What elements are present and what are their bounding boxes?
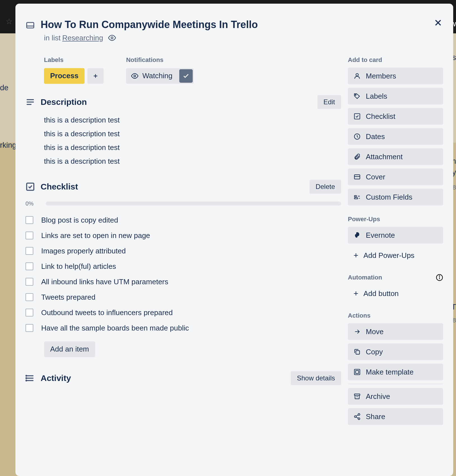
watching-label: Watching [142,71,172,80]
add-automation-button[interactable]: +Add button [348,285,443,302]
checklist-checkbox[interactable] [25,247,33,255]
list-link[interactable]: Researching [62,34,103,42]
add-checklist-item-button[interactable]: Add an item [44,341,95,357]
svg-rect-27 [356,351,360,354]
bg-text: de [0,84,8,92]
cover-button[interactable]: Cover [348,168,443,185]
show-details-button[interactable]: Show details [291,371,341,385]
share-label: Share [366,412,385,421]
svg-point-13 [26,380,27,381]
add-label-button[interactable] [87,68,104,84]
label-chip-process[interactable]: Process [44,68,85,84]
svg-rect-0 [27,22,34,28]
activity-section: Activity Show details [25,371,341,385]
edit-description-button[interactable]: Edit [317,95,341,109]
divider [348,384,443,384]
dates-label: Dates [366,132,385,141]
actions-group: Actions Move Copy Make template Archive … [348,312,443,425]
checklist-checkbox[interactable] [25,278,33,286]
checklist-button[interactable]: Checklist [348,108,443,125]
add-powerups-button[interactable]: +Add Power-Ups [348,247,443,264]
svg-point-14 [356,73,359,76]
evernote-button[interactable]: Evernote [348,227,443,244]
attachment-label: Attachment [366,152,403,161]
svg-rect-20 [354,196,357,197]
attachment-button[interactable]: Attachment [348,148,443,165]
checklist-item[interactable]: Outbound tweets to influencers prepared [25,305,341,320]
checklist-progress-bar [46,202,341,205]
description-section: Description Edit this is a description t… [25,95,341,166]
svg-rect-30 [354,394,360,395]
checklist-item-label: Link to help(ful) articles [41,262,116,271]
svg-rect-16 [354,114,360,119]
checklist-checkbox[interactable] [25,262,33,270]
svg-point-11 [26,375,27,376]
checklist-item-label: Blog post is copy edited [41,216,118,225]
evernote-label: Evernote [366,231,395,240]
checklist-item[interactable]: Link to help(ful) articles [25,259,341,274]
add-to-card-group: Add to card Members Labels Checklist Dat… [348,56,443,205]
svg-point-26 [439,276,440,276]
automation-group: Automation +Add button [348,274,443,302]
powerups-heading: Power-Ups [348,216,443,223]
svg-point-3 [134,75,136,77]
watch-toggle[interactable]: Watching [126,68,194,84]
description-body[interactable]: this is a description test this is a des… [44,116,341,166]
make-template-button[interactable]: Make template [348,364,443,380]
svg-point-12 [26,378,27,378]
checklist-checkbox[interactable] [25,216,33,224]
copy-button[interactable]: Copy [348,343,443,360]
custom-fields-button[interactable]: Custom Fields [348,189,443,205]
labels-button[interactable]: Labels [348,88,443,105]
card-sidebar: Add to card Members Labels Checklist Dat… [348,12,443,476]
archive-label: Archive [366,392,390,401]
checklist-checkbox[interactable] [25,232,33,239]
custom-fields-label: Custom Fields [366,193,412,202]
checklist-item[interactable]: Links are set to open in new page [25,228,341,243]
members-button[interactable]: Members [348,68,443,84]
star-icon[interactable]: ☆ [6,17,13,26]
share-button[interactable]: Share [348,408,443,425]
checklist-item[interactable]: All inbound links have UTM parameters [25,274,341,290]
plus-icon: + [353,251,359,260]
description-heading: Description [41,97,312,107]
plus-icon: + [353,289,359,298]
card-modal: How To Run Companywide Meetings In Trell… [15,4,453,476]
info-icon[interactable] [436,274,443,281]
activity-icon [25,373,35,383]
checklist-item[interactable]: Tweets prepared [25,290,341,305]
bg-text: rking [0,141,17,150]
automation-heading: Automation [348,274,443,281]
checklist-item-label: All inbound links have UTM parameters [41,278,168,286]
svg-point-32 [354,416,356,418]
checklist-item-label: Images properly attributed [41,247,126,255]
description-line: this is a description test [44,143,341,152]
svg-rect-28 [354,369,360,375]
description-line: this is a description test [44,130,341,138]
checklist-item-label: Outbound tweets to influencers prepared [41,308,173,317]
archive-button[interactable]: Archive [348,388,443,405]
notifications-block: Notifications Watching [126,56,194,84]
checklist-label: Checklist [366,112,395,121]
delete-checklist-button[interactable]: Delete [310,180,341,194]
card-main: How To Run Companywide Meetings In Trell… [25,12,341,476]
svg-point-31 [358,413,360,415]
description-icon [25,97,35,107]
checklist-icon [25,182,35,191]
eye-icon[interactable] [108,34,116,42]
in-list-prefix: in list [44,34,61,42]
checklist-checkbox[interactable] [25,324,33,332]
watching-check-icon [179,69,193,83]
powerups-group: Power-Ups Evernote +Add Power-Ups [348,216,443,264]
dates-button[interactable]: Dates [348,128,443,145]
move-button[interactable]: Move [348,323,443,340]
checklist-checkbox[interactable] [25,293,33,301]
checklist-checkbox[interactable] [25,309,33,316]
checklist-item[interactable]: Blog post is copy edited [25,212,341,228]
description-line: this is a description test [44,116,341,124]
add-to-card-heading: Add to card [348,56,443,64]
checklist-item[interactable]: Images properly attributed [25,243,341,259]
card-icon [25,20,35,30]
checklist-item[interactable]: Have all the sample boards been made pub… [25,320,341,336]
close-button[interactable] [433,18,443,28]
